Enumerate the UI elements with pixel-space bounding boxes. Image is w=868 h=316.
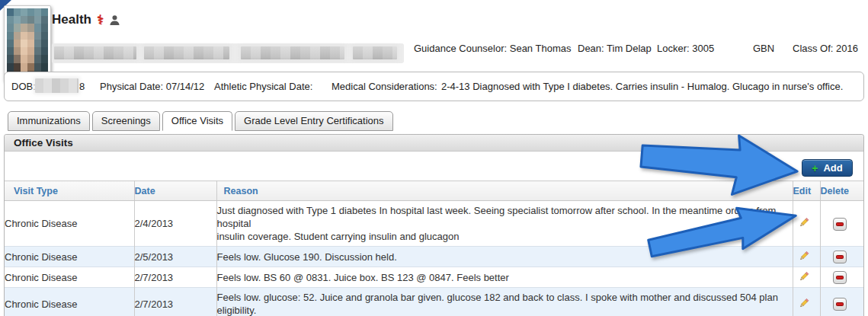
redacted-block — [353, 46, 397, 59]
tab-office-visits[interactable]: Office Visits — [162, 111, 232, 131]
student-photo — [4, 5, 51, 81]
redacted-block — [144, 46, 229, 59]
cell-reason: Feels low. glucose: 52. Juice and granol… — [216, 288, 793, 316]
table-row: Chronic Disease 2/7/2013 Feels low. BS 6… — [5, 267, 863, 288]
header-reason[interactable]: Reason — [216, 181, 793, 201]
cell-delete — [820, 201, 863, 247]
delete-button[interactable] — [833, 251, 847, 263]
class-of: Class Of: 2016 — [793, 43, 858, 54]
minus-icon — [836, 276, 844, 279]
table-row: Chronic Disease 2/7/2013 Feels low. gluc… — [5, 288, 863, 316]
school-code: GBN — [753, 43, 774, 54]
medical-considerations-text: 2-4-13 Diagnosed with Type I diabetes. C… — [441, 81, 843, 92]
student-photo-mosaic — [7, 8, 48, 78]
tab-screenings[interactable]: Screenings — [92, 111, 160, 131]
edit-pencil-icon[interactable] — [799, 271, 809, 284]
student-name-redacted — [52, 43, 404, 63]
dob-label: DOB: — [11, 81, 36, 92]
redacted-block — [54, 46, 136, 59]
plus-icon: + — [812, 163, 818, 174]
physical-date: Physical Date: 07/14/12 — [100, 81, 204, 92]
edit-pencil-icon[interactable] — [799, 217, 809, 230]
demographics-bar: DOB: 8 Physical Date: 07/14/12 Athletic … — [4, 72, 864, 101]
page-title-text: Health — [52, 12, 91, 27]
panel-title: Office Visits — [5, 135, 863, 152]
edit-pencil-icon[interactable] — [799, 298, 809, 311]
office-visits-panel: Office Visits + Add Visit Type Date Reas… — [4, 134, 864, 316]
panel-header: Office Visits — [5, 135, 863, 152]
cell-delete — [820, 267, 863, 288]
guidance-counselor: Guidance Counselor: Sean Thomas — [414, 43, 571, 54]
cell-visit-type: Chronic Disease — [5, 267, 134, 288]
minus-icon — [836, 255, 844, 259]
cell-edit — [793, 201, 820, 247]
cell-visit-type: Chronic Disease — [5, 201, 134, 247]
redacted-block — [241, 46, 344, 59]
table-row: Chronic Disease 2/4/2013 Just diagnosed … — [5, 201, 863, 247]
reason-line-2: insulin coverage. Student carrying insul… — [217, 230, 788, 243]
header-visit-type[interactable]: Visit Type — [5, 181, 134, 201]
dob-visible-digit: 8 — [79, 81, 85, 92]
cell-delete — [820, 247, 863, 267]
locker: Locker: 3005 — [657, 43, 714, 54]
header-delete: Delete — [820, 181, 863, 201]
cell-date: 2/5/2013 — [134, 247, 216, 267]
table-header-row: Visit Type Date Reason Edit Delete — [5, 181, 863, 201]
cell-delete — [820, 288, 863, 316]
person-icon — [109, 14, 120, 26]
cell-reason: Feels low. Glucose 190. Discussion held. — [216, 247, 793, 267]
add-button[interactable]: + Add — [802, 159, 853, 177]
header-edit: Edit — [793, 181, 820, 201]
cell-visit-type: Chronic Disease — [5, 288, 134, 316]
cell-edit — [793, 288, 820, 316]
dean: Dean: Tim Delap — [578, 43, 652, 54]
add-button-label: Add — [823, 162, 842, 174]
health-page: { "header": { "title": "Health", "info":… — [0, 0, 868, 316]
office-visits-table: Visit Type Date Reason Edit Delete Chron… — [5, 180, 863, 316]
dob-redacted — [35, 78, 78, 93]
medical-considerations-label: Medical Considerations: — [332, 81, 437, 92]
table-row: Chronic Disease 2/5/2013 Feels low. Gluc… — [5, 247, 863, 267]
delete-button[interactable] — [833, 298, 847, 311]
caduceus-icon: ⚕ — [97, 14, 104, 27]
cell-date: 2/7/2013 — [134, 267, 216, 288]
page-title: Health ⚕ — [52, 12, 120, 27]
cell-reason: Feels low. BS 60 @ 0831. Juice box. BS 1… — [216, 267, 793, 288]
edit-pencil-icon[interactable] — [799, 251, 809, 263]
cell-edit — [793, 247, 820, 267]
reason-line-1: Just diagnosed with Type 1 diabetes In h… — [217, 204, 788, 230]
minus-icon — [836, 222, 844, 226]
cell-visit-type: Chronic Disease — [5, 247, 134, 267]
cell-reason: Just diagnosed with Type 1 diabetes In h… — [216, 201, 793, 247]
delete-button[interactable] — [833, 218, 847, 231]
tab-immunizations[interactable]: Immunizations — [8, 111, 90, 131]
minus-icon — [836, 302, 844, 306]
cell-date: 2/4/2013 — [134, 201, 216, 247]
tab-bar: Immunizations Screenings Office Visits G… — [8, 111, 393, 131]
tab-grade-level-entry[interactable]: Grade Level Entry Certifications — [235, 111, 393, 131]
delete-button[interactable] — [833, 271, 847, 284]
athletic-physical-date-label: Athletic Physical Date: — [214, 81, 312, 92]
cell-edit — [793, 267, 820, 288]
header-date[interactable]: Date — [134, 181, 216, 201]
cell-date: 2/7/2013 — [134, 288, 216, 316]
